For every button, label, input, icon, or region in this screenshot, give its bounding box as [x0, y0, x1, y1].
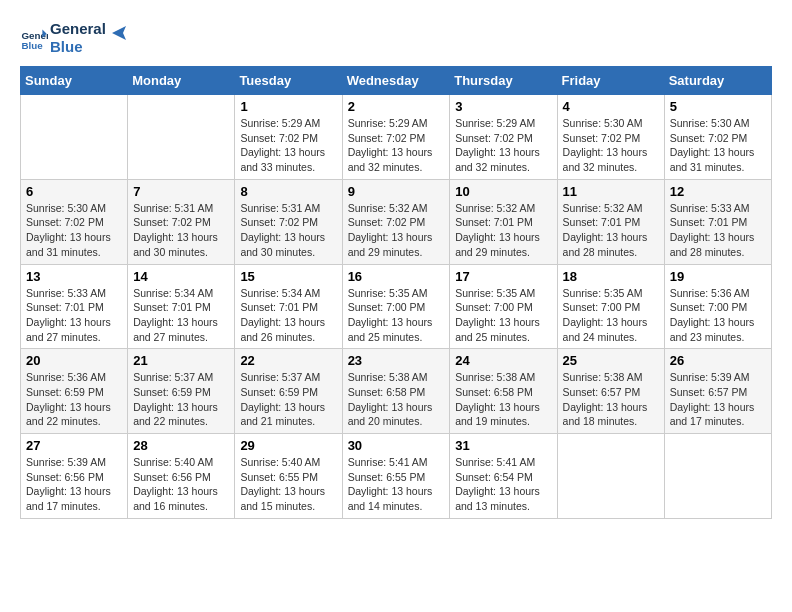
day-number: 4	[563, 99, 659, 114]
weekday-header-tuesday: Tuesday	[235, 67, 342, 95]
day-number: 16	[348, 269, 445, 284]
day-info: Sunrise: 5:33 AM Sunset: 7:01 PM Dayligh…	[26, 286, 122, 345]
day-info: Sunrise: 5:30 AM Sunset: 7:02 PM Dayligh…	[563, 116, 659, 175]
calendar-cell: 18Sunrise: 5:35 AM Sunset: 7:00 PM Dayli…	[557, 264, 664, 349]
logo: General Blue General Blue	[20, 20, 130, 56]
day-info: Sunrise: 5:38 AM Sunset: 6:58 PM Dayligh…	[455, 370, 551, 429]
day-info: Sunrise: 5:40 AM Sunset: 6:56 PM Dayligh…	[133, 455, 229, 514]
day-info: Sunrise: 5:40 AM Sunset: 6:55 PM Dayligh…	[240, 455, 336, 514]
calendar-cell: 26Sunrise: 5:39 AM Sunset: 6:57 PM Dayli…	[664, 349, 771, 434]
calendar-cell: 15Sunrise: 5:34 AM Sunset: 7:01 PM Dayli…	[235, 264, 342, 349]
calendar-cell: 27Sunrise: 5:39 AM Sunset: 6:56 PM Dayli…	[21, 434, 128, 519]
logo-line2: Blue	[50, 38, 106, 56]
calendar-cell: 9Sunrise: 5:32 AM Sunset: 7:02 PM Daylig…	[342, 179, 450, 264]
calendar-cell: 25Sunrise: 5:38 AM Sunset: 6:57 PM Dayli…	[557, 349, 664, 434]
calendar-cell: 14Sunrise: 5:34 AM Sunset: 7:01 PM Dayli…	[128, 264, 235, 349]
day-number: 5	[670, 99, 766, 114]
day-number: 27	[26, 438, 122, 453]
day-number: 28	[133, 438, 229, 453]
day-info: Sunrise: 5:29 AM Sunset: 7:02 PM Dayligh…	[240, 116, 336, 175]
calendar-cell: 3Sunrise: 5:29 AM Sunset: 7:02 PM Daylig…	[450, 95, 557, 180]
calendar-cell	[21, 95, 128, 180]
day-number: 29	[240, 438, 336, 453]
logo-arrow-icon	[108, 22, 130, 44]
day-number: 17	[455, 269, 551, 284]
day-info: Sunrise: 5:33 AM Sunset: 7:01 PM Dayligh…	[670, 201, 766, 260]
calendar-cell: 22Sunrise: 5:37 AM Sunset: 6:59 PM Dayli…	[235, 349, 342, 434]
day-number: 9	[348, 184, 445, 199]
svg-text:Blue: Blue	[21, 40, 43, 51]
day-number: 20	[26, 353, 122, 368]
calendar-cell: 12Sunrise: 5:33 AM Sunset: 7:01 PM Dayli…	[664, 179, 771, 264]
day-number: 14	[133, 269, 229, 284]
day-number: 22	[240, 353, 336, 368]
day-info: Sunrise: 5:37 AM Sunset: 6:59 PM Dayligh…	[240, 370, 336, 429]
day-info: Sunrise: 5:39 AM Sunset: 6:56 PM Dayligh…	[26, 455, 122, 514]
day-info: Sunrise: 5:30 AM Sunset: 7:02 PM Dayligh…	[26, 201, 122, 260]
page-header: General Blue General Blue	[20, 20, 772, 56]
day-number: 30	[348, 438, 445, 453]
day-number: 23	[348, 353, 445, 368]
weekday-header-sunday: Sunday	[21, 67, 128, 95]
day-number: 15	[240, 269, 336, 284]
calendar-header-row: SundayMondayTuesdayWednesdayThursdayFrid…	[21, 67, 772, 95]
calendar-cell: 29Sunrise: 5:40 AM Sunset: 6:55 PM Dayli…	[235, 434, 342, 519]
day-number: 13	[26, 269, 122, 284]
day-info: Sunrise: 5:32 AM Sunset: 7:01 PM Dayligh…	[563, 201, 659, 260]
calendar-cell: 20Sunrise: 5:36 AM Sunset: 6:59 PM Dayli…	[21, 349, 128, 434]
day-info: Sunrise: 5:38 AM Sunset: 6:57 PM Dayligh…	[563, 370, 659, 429]
calendar-cell: 17Sunrise: 5:35 AM Sunset: 7:00 PM Dayli…	[450, 264, 557, 349]
day-info: Sunrise: 5:37 AM Sunset: 6:59 PM Dayligh…	[133, 370, 229, 429]
day-number: 12	[670, 184, 766, 199]
svg-marker-3	[112, 26, 126, 40]
calendar-week-row: 1Sunrise: 5:29 AM Sunset: 7:02 PM Daylig…	[21, 95, 772, 180]
day-number: 24	[455, 353, 551, 368]
calendar-cell: 13Sunrise: 5:33 AM Sunset: 7:01 PM Dayli…	[21, 264, 128, 349]
day-info: Sunrise: 5:35 AM Sunset: 7:00 PM Dayligh…	[563, 286, 659, 345]
day-number: 2	[348, 99, 445, 114]
day-info: Sunrise: 5:39 AM Sunset: 6:57 PM Dayligh…	[670, 370, 766, 429]
calendar-cell: 21Sunrise: 5:37 AM Sunset: 6:59 PM Dayli…	[128, 349, 235, 434]
calendar-cell: 11Sunrise: 5:32 AM Sunset: 7:01 PM Dayli…	[557, 179, 664, 264]
day-info: Sunrise: 5:41 AM Sunset: 6:54 PM Dayligh…	[455, 455, 551, 514]
calendar-week-row: 27Sunrise: 5:39 AM Sunset: 6:56 PM Dayli…	[21, 434, 772, 519]
calendar-cell: 5Sunrise: 5:30 AM Sunset: 7:02 PM Daylig…	[664, 95, 771, 180]
weekday-header-wednesday: Wednesday	[342, 67, 450, 95]
day-number: 18	[563, 269, 659, 284]
calendar-week-row: 6Sunrise: 5:30 AM Sunset: 7:02 PM Daylig…	[21, 179, 772, 264]
calendar-table: SundayMondayTuesdayWednesdayThursdayFrid…	[20, 66, 772, 519]
calendar-cell: 6Sunrise: 5:30 AM Sunset: 7:02 PM Daylig…	[21, 179, 128, 264]
calendar-cell: 23Sunrise: 5:38 AM Sunset: 6:58 PM Dayli…	[342, 349, 450, 434]
day-number: 7	[133, 184, 229, 199]
day-number: 19	[670, 269, 766, 284]
day-info: Sunrise: 5:32 AM Sunset: 7:02 PM Dayligh…	[348, 201, 445, 260]
day-info: Sunrise: 5:32 AM Sunset: 7:01 PM Dayligh…	[455, 201, 551, 260]
day-info: Sunrise: 5:36 AM Sunset: 7:00 PM Dayligh…	[670, 286, 766, 345]
calendar-cell: 31Sunrise: 5:41 AM Sunset: 6:54 PM Dayli…	[450, 434, 557, 519]
calendar-cell: 7Sunrise: 5:31 AM Sunset: 7:02 PM Daylig…	[128, 179, 235, 264]
day-number: 31	[455, 438, 551, 453]
calendar-cell: 24Sunrise: 5:38 AM Sunset: 6:58 PM Dayli…	[450, 349, 557, 434]
calendar-cell: 1Sunrise: 5:29 AM Sunset: 7:02 PM Daylig…	[235, 95, 342, 180]
day-info: Sunrise: 5:36 AM Sunset: 6:59 PM Dayligh…	[26, 370, 122, 429]
day-number: 11	[563, 184, 659, 199]
day-number: 21	[133, 353, 229, 368]
day-number: 1	[240, 99, 336, 114]
calendar-cell: 19Sunrise: 5:36 AM Sunset: 7:00 PM Dayli…	[664, 264, 771, 349]
calendar-cell	[128, 95, 235, 180]
calendar-cell: 2Sunrise: 5:29 AM Sunset: 7:02 PM Daylig…	[342, 95, 450, 180]
day-info: Sunrise: 5:34 AM Sunset: 7:01 PM Dayligh…	[240, 286, 336, 345]
day-info: Sunrise: 5:34 AM Sunset: 7:01 PM Dayligh…	[133, 286, 229, 345]
calendar-week-row: 20Sunrise: 5:36 AM Sunset: 6:59 PM Dayli…	[21, 349, 772, 434]
day-number: 3	[455, 99, 551, 114]
weekday-header-saturday: Saturday	[664, 67, 771, 95]
weekday-header-friday: Friday	[557, 67, 664, 95]
day-info: Sunrise: 5:41 AM Sunset: 6:55 PM Dayligh…	[348, 455, 445, 514]
weekday-header-thursday: Thursday	[450, 67, 557, 95]
calendar-week-row: 13Sunrise: 5:33 AM Sunset: 7:01 PM Dayli…	[21, 264, 772, 349]
logo-line1: General	[50, 20, 106, 38]
day-number: 26	[670, 353, 766, 368]
day-info: Sunrise: 5:29 AM Sunset: 7:02 PM Dayligh…	[348, 116, 445, 175]
day-info: Sunrise: 5:38 AM Sunset: 6:58 PM Dayligh…	[348, 370, 445, 429]
calendar-cell: 16Sunrise: 5:35 AM Sunset: 7:00 PM Dayli…	[342, 264, 450, 349]
